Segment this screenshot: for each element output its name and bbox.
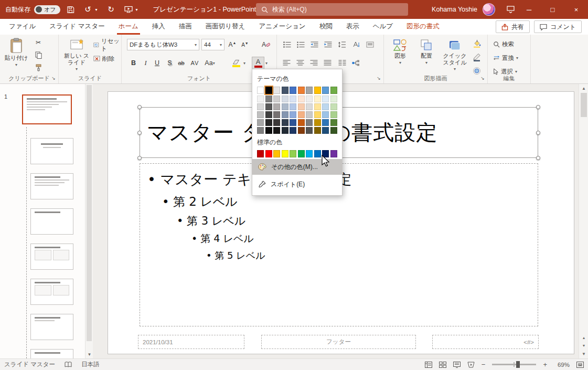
fit-to-window-button[interactable]: [576, 362, 584, 368]
font-size-combo[interactable]: 44 ▾: [201, 39, 224, 50]
color-swatch[interactable]: [282, 87, 288, 94]
zoom-in-button[interactable]: +: [543, 361, 547, 368]
color-swatch[interactable]: [314, 150, 321, 157]
tab-insert[interactable]: 挿入: [145, 19, 172, 35]
tab-home[interactable]: ホーム: [112, 19, 145, 35]
qat-customize-button[interactable]: ▾: [136, 7, 141, 12]
tab-animations[interactable]: アニメーション: [252, 19, 312, 35]
copy-button[interactable]: [33, 49, 44, 61]
color-swatch[interactable]: [330, 150, 337, 157]
reading-view-button[interactable]: [453, 362, 461, 368]
color-swatch[interactable]: [257, 103, 264, 110]
convert-to-smartart-button[interactable]: [350, 57, 361, 69]
color-swatch[interactable]: [265, 111, 272, 118]
color-swatch[interactable]: [330, 119, 337, 126]
tab-slide-master[interactable]: スライド マスター: [42, 19, 112, 35]
color-swatch[interactable]: [322, 119, 329, 126]
scrollbar-thumb[interactable]: [581, 93, 587, 117]
numbering-button[interactable]: [295, 39, 306, 50]
layout-thumbnail[interactable]: [30, 279, 73, 305]
chevron-down-icon[interactable]: ▾: [243, 61, 245, 66]
chevron-down-icon[interactable]: ▾: [95, 7, 101, 12]
color-swatch[interactable]: [330, 87, 337, 94]
autosave-toggle[interactable]: オフ: [34, 5, 60, 14]
color-swatch[interactable]: [290, 87, 296, 94]
text-direction-button[interactable]: [350, 39, 362, 50]
maximize-button[interactable]: □: [541, 0, 564, 19]
zoom-slider[interactable]: [492, 364, 536, 365]
font-name-combo[interactable]: DFまるもじ体W3 ▾: [127, 39, 199, 50]
zoom-slider-thumb[interactable]: [516, 361, 520, 368]
scroll-down-button[interactable]: ▼: [579, 350, 588, 358]
shapes-button[interactable]: 図形 ▾: [388, 39, 412, 65]
start-slideshow-button[interactable]: [122, 3, 135, 16]
find-button[interactable]: 検索: [493, 39, 514, 49]
color-swatch[interactable]: [282, 119, 288, 126]
reset-button[interactable]: リセット: [93, 40, 121, 50]
selection-handle[interactable]: [137, 105, 142, 109]
ribbon-display-options-button[interactable]: [504, 3, 517, 16]
color-swatch[interactable]: [257, 87, 264, 94]
change-case-button[interactable]: Aa▾: [203, 57, 217, 69]
slideshow-view-button[interactable]: [467, 362, 475, 368]
new-slide-button[interactable]: 新しい スライド ▾: [62, 38, 91, 71]
color-swatch[interactable]: [265, 150, 272, 157]
color-swatch[interactable]: [257, 96, 264, 102]
color-swatch[interactable]: [273, 127, 280, 134]
comments-button[interactable]: コメント: [534, 20, 582, 33]
color-swatch[interactable]: [273, 150, 280, 157]
color-swatch[interactable]: [273, 96, 280, 102]
selection-handle[interactable]: [137, 156, 142, 160]
tab-file[interactable]: ファイル: [2, 19, 42, 35]
color-swatch[interactable]: [273, 87, 280, 94]
text-shadow-button[interactable]: S: [164, 57, 175, 69]
color-swatch[interactable]: [322, 96, 329, 102]
cut-button[interactable]: ✂: [33, 37, 44, 48]
color-swatch[interactable]: [314, 127, 321, 134]
color-swatch[interactable]: [282, 150, 288, 157]
decrease-font-size-button[interactable]: A▼: [239, 39, 251, 50]
user-name[interactable]: Kohama Yoshie: [432, 6, 477, 13]
color-swatch[interactable]: [314, 87, 321, 94]
color-swatch[interactable]: [306, 111, 313, 118]
zoom-out-button[interactable]: −: [482, 361, 486, 368]
color-swatch[interactable]: [257, 111, 264, 118]
color-swatch[interactable]: [265, 127, 272, 134]
tab-review[interactable]: 校閲: [313, 19, 339, 35]
thumbnail-panel-scrollbar[interactable]: ▼: [85, 84, 93, 358]
minimize-button[interactable]: ─: [517, 0, 541, 19]
color-swatch[interactable]: [330, 111, 337, 118]
selection-handle[interactable]: [536, 131, 540, 135]
color-swatch[interactable]: [265, 87, 272, 94]
color-swatch[interactable]: [265, 96, 272, 102]
color-swatch[interactable]: [314, 96, 321, 102]
chevron-down-icon[interactable]: ▾: [265, 61, 268, 66]
color-swatch[interactable]: [322, 111, 329, 118]
color-swatch[interactable]: [322, 127, 329, 134]
color-swatch[interactable]: [257, 150, 264, 157]
color-swatch[interactable]: [290, 150, 296, 157]
color-swatch[interactable]: [306, 103, 313, 110]
quick-styles-button[interactable]: クイック スタイル ▾: [441, 39, 469, 71]
bullets-button[interactable]: [281, 39, 293, 50]
color-swatch[interactable]: [306, 119, 313, 126]
decrease-indent-button[interactable]: [308, 39, 320, 50]
redo-button[interactable]: ↻: [104, 3, 118, 16]
accessibility-book-icon[interactable]: [65, 362, 72, 367]
layout-thumbnail[interactable]: [30, 349, 73, 358]
color-swatch[interactable]: [290, 119, 296, 126]
delete-slide-button[interactable]: 削除: [93, 54, 114, 64]
color-swatch[interactable]: [322, 87, 329, 94]
color-swatch[interactable]: [298, 103, 305, 110]
shape-fill-button[interactable]: [471, 38, 483, 49]
align-center-button[interactable]: [295, 57, 306, 69]
tab-transitions[interactable]: 画面切り替え: [199, 19, 252, 35]
previous-slide-button[interactable]: ▴: [579, 334, 588, 342]
save-button[interactable]: [64, 3, 78, 16]
color-swatch[interactable]: [282, 96, 288, 102]
align-text-button[interactable]: [364, 39, 376, 50]
color-swatch[interactable]: [314, 119, 321, 126]
color-swatch[interactable]: [298, 127, 305, 134]
eyedropper-menu-item[interactable]: スポイト(E): [252, 176, 342, 192]
color-swatch[interactable]: [298, 96, 305, 102]
